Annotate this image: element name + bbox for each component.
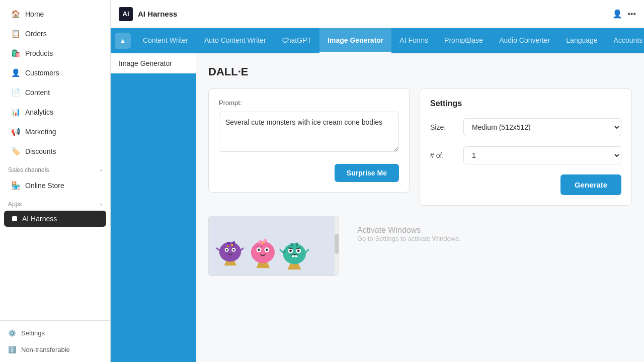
activate-sub: Go to Settings to activate Windows. <box>357 235 622 242</box>
sidebar-item-label: Analytics <box>25 108 53 116</box>
image-scrollbar[interactable] <box>335 216 339 276</box>
tab-image-generator[interactable]: Image Generator <box>319 28 391 53</box>
size-setting-row: Size: Small (256x256) Medium (512x512) L… <box>430 118 621 136</box>
sub-panel-image-generator[interactable]: Image Generator <box>111 53 196 73</box>
sales-channels-section[interactable]: Sales channels › <box>0 161 110 175</box>
tab-accounts[interactable]: Accounts <box>606 28 644 53</box>
sidebar-item-discounts[interactable]: 🏷️ Discounts <box>3 142 107 161</box>
count-label: # of: <box>430 151 455 159</box>
marketing-icon: 📢 <box>11 127 20 136</box>
sidebar-item-label: Content <box>25 88 50 97</box>
sidebar-item-label: Home <box>25 10 44 18</box>
svg-point-34 <box>297 249 300 252</box>
sidebar-item-label: Marketing <box>25 128 56 136</box>
app-topbar: AI AI Harness 👤 ••• <box>111 0 644 28</box>
sidebar-item-orders[interactable]: 📋 Orders <box>3 24 107 43</box>
tab-language[interactable]: Language <box>558 28 605 53</box>
svg-point-6 <box>232 249 234 251</box>
sidebar-bottom: ⚙️ Settings ℹ️ Non-transferable <box>0 320 110 362</box>
content-icon: 📄 <box>11 88 20 97</box>
sidebar-item-label: AI Harness <box>22 215 57 223</box>
content-body: Image Generator DALL·E Prompt: Several c… <box>111 53 644 362</box>
right-content: DALL·E Prompt: Several cute monsters wit… <box>196 53 644 362</box>
activate-title: Activate Windows <box>357 226 622 235</box>
apps-section[interactable]: Apps › <box>0 196 110 210</box>
sidebar-item-content[interactable]: 📄 Content <box>3 83 107 102</box>
sidebar-item-marketing[interactable]: 📢 Marketing <box>3 122 107 141</box>
more-icon[interactable]: ••• <box>627 10 636 19</box>
svg-rect-38 <box>295 255 297 257</box>
sidebar-item-label: Orders <box>25 30 47 38</box>
page-title: DALL·E <box>208 65 632 78</box>
orders-icon: 📋 <box>11 29 20 38</box>
tab-chatgpt[interactable]: ChatGPT <box>274 28 319 53</box>
activate-windows-panel: Activate Windows Go to Settings to activ… <box>347 216 632 252</box>
app-icon <box>12 216 17 221</box>
app-logo: AI <box>119 7 133 21</box>
sidebar-item-customers[interactable]: 👤 Customers <box>3 63 107 82</box>
prompt-card: Prompt: Several cute monsters with ice c… <box>208 88 410 193</box>
surprise-me-button[interactable]: Surprise Me <box>335 164 399 182</box>
chevron-right-icon: › <box>100 167 102 173</box>
nav-logo: ▲ <box>115 33 131 49</box>
settings-card: Settings Size: Small (256x256) Medium (5… <box>420 88 632 206</box>
sidebar-item-label: Products <box>25 49 53 57</box>
sidebar-item-home[interactable]: 🏠 Home <box>3 5 107 24</box>
sidebar-nav: 🏠 Home 📋 Orders 🛍️ Products 👤 Customers … <box>0 0 110 320</box>
info-icon: ℹ️ <box>8 346 16 353</box>
sidebar-item-online-store[interactable]: 🏪 Online Store <box>3 176 107 195</box>
app-name: AI Harness <box>138 10 177 18</box>
sidebar-item-analytics[interactable]: 📊 Analytics <box>3 103 107 122</box>
discounts-icon: 🏷️ <box>11 147 20 156</box>
tab-promptbase[interactable]: PromptBase <box>436 28 491 53</box>
settings-icon: ⚙️ <box>8 329 16 337</box>
user-icon[interactable]: 👤 <box>612 9 622 19</box>
svg-rect-37 <box>292 255 294 257</box>
prompt-input[interactable]: Several cute monsters with ice cream con… <box>219 112 399 152</box>
topbar-right: 👤 ••• <box>612 9 636 19</box>
size-label: Size: <box>430 123 455 131</box>
tab-auto-content-writer[interactable]: Auto Content Writer <box>196 28 274 53</box>
svg-point-19 <box>258 248 260 251</box>
nav-tabs: ▲ Content Writer Auto Content Writer Cha… <box>111 28 644 53</box>
main-area: AI AI Harness 👤 ••• ▲ Content Writer Aut… <box>111 0 644 362</box>
cards-row: Prompt: Several cute monsters with ice c… <box>208 88 632 206</box>
svg-point-30 <box>283 243 306 264</box>
sidebar-item-label: Discounts <box>25 147 56 155</box>
sidebar-item-products[interactable]: 🛍️ Products <box>3 44 107 63</box>
sidebar-item-settings[interactable]: ⚙️ Settings <box>0 325 110 341</box>
sidebar-item-label: Customers <box>25 69 59 77</box>
products-icon: 🛍️ <box>11 49 20 58</box>
tab-content-writer[interactable]: Content Writer <box>135 28 196 53</box>
count-setting-row: # of: 1 2 3 4 5 <box>430 146 621 164</box>
image-container <box>208 216 339 276</box>
prompt-label: Prompt: <box>219 99 399 107</box>
tab-ai-forms[interactable]: AI Forms <box>391 28 436 53</box>
generate-button[interactable]: Generate <box>560 174 621 195</box>
chevron-right-icon: › <box>100 201 102 207</box>
image-result-area: Activate Windows Go to Settings to activ… <box>208 216 632 276</box>
svg-point-20 <box>266 248 268 251</box>
home-icon: 🏠 <box>11 10 20 19</box>
settings-title: Settings <box>430 99 621 108</box>
sub-panel: Image Generator <box>111 53 196 362</box>
svg-point-33 <box>289 249 292 252</box>
svg-point-2 <box>219 242 241 261</box>
generate-btn-row: Generate <box>430 174 621 195</box>
svg-point-16 <box>251 241 275 263</box>
analytics-icon: 📊 <box>11 108 20 117</box>
tab-audio-converter[interactable]: Audio Converter <box>491 28 558 53</box>
size-select[interactable]: Small (256x256) Medium (512x512) Large (… <box>463 118 621 136</box>
sidebar-item-non-transferable[interactable]: ℹ️ Non-transferable <box>0 341 110 358</box>
monsters-image <box>209 216 339 276</box>
sidebar-item-ai-harness[interactable]: AI Harness <box>4 211 106 227</box>
sidebar: 🏠 Home 📋 Orders 🛍️ Products 👤 Customers … <box>0 0 111 362</box>
count-select[interactable]: 1 2 3 4 5 <box>463 146 621 164</box>
sidebar-item-label: Online Store <box>25 182 64 190</box>
customers-icon: 👤 <box>11 68 20 77</box>
svg-point-5 <box>226 249 228 251</box>
scrollbar-thumb <box>335 234 339 254</box>
store-icon: 🏪 <box>11 181 20 190</box>
